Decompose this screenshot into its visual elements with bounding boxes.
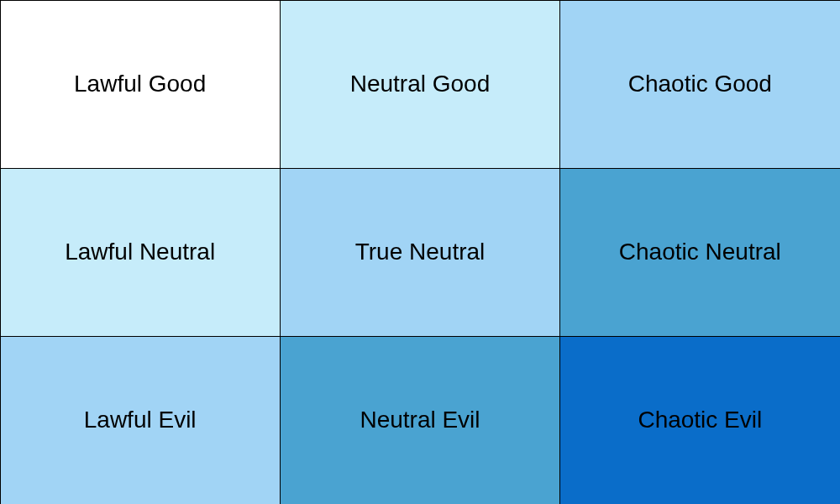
cell-neutral-good: Neutral Good: [280, 0, 560, 169]
cell-label: True Neutral: [355, 239, 486, 265]
cell-label: Chaotic Good: [628, 71, 772, 97]
cell-chaotic-evil: Chaotic Evil: [559, 336, 840, 505]
cell-lawful-neutral: Lawful Neutral: [0, 168, 281, 337]
cell-chaotic-good: Chaotic Good: [559, 0, 840, 169]
cell-label: Chaotic Evil: [638, 407, 762, 433]
cell-chaotic-neutral: Chaotic Neutral: [559, 168, 840, 337]
cell-label: Neutral Evil: [360, 407, 480, 433]
cell-lawful-good: Lawful Good: [0, 0, 281, 169]
cell-label: Chaotic Neutral: [619, 239, 781, 265]
cell-label: Lawful Good: [74, 71, 206, 97]
cell-label: Neutral Good: [350, 71, 491, 97]
cell-label: Lawful Evil: [84, 407, 197, 433]
cell-neutral-evil: Neutral Evil: [280, 336, 560, 505]
cell-true-neutral: True Neutral: [280, 168, 560, 337]
cell-label: Lawful Neutral: [65, 239, 215, 265]
cell-lawful-evil: Lawful Evil: [0, 336, 281, 505]
alignment-grid: Lawful Good Neutral Good Chaotic Good La…: [0, 0, 840, 504]
